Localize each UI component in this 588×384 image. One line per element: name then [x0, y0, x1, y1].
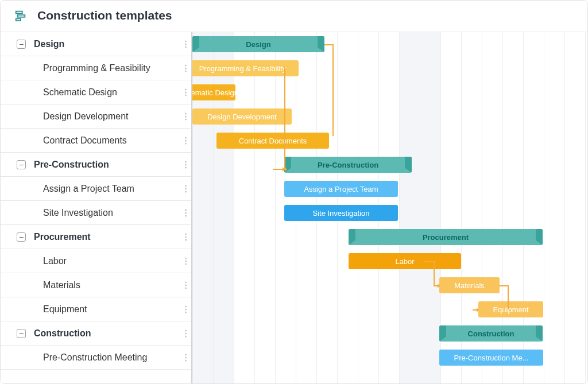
- gantt-group-bar[interactable]: Procurement: [349, 229, 543, 245]
- app-window: Construction templates −DesignProgrammin…: [0, 0, 588, 384]
- drag-handle-icon[interactable]: [185, 185, 187, 192]
- svg-rect-1: [18, 15, 25, 17]
- task-label: Schematic Design: [43, 87, 117, 98]
- drag-handle-icon[interactable]: [185, 281, 187, 289]
- drag-handle-icon[interactable]: [185, 233, 187, 241]
- bar-label: Contract Documents: [239, 137, 307, 145]
- drag-handle-icon[interactable]: [185, 257, 187, 265]
- drag-handle-icon[interactable]: [185, 209, 187, 216]
- bar-label: Design: [246, 40, 270, 49]
- bar-label: Pre-Construction: [318, 161, 378, 169]
- bar-label: Procurement: [423, 233, 469, 242]
- body: −DesignProgramming & FeasibilitySchemati…: [1, 32, 587, 383]
- drag-handle-icon[interactable]: [185, 161, 187, 168]
- timeline-gridline: [585, 32, 587, 383]
- gantt-task-bar[interactable]: Design Development: [192, 108, 292, 125]
- bar-label: Site Investigation: [312, 209, 369, 218]
- svg-rect-0: [16, 11, 22, 14]
- group-label: Pre-Construction: [34, 160, 109, 170]
- task-label: Equipment: [43, 304, 87, 315]
- group-label: Procurement: [34, 232, 91, 242]
- drag-handle-icon[interactable]: [185, 113, 187, 120]
- task-label: Pre-Construction Meeting: [43, 352, 147, 363]
- group-label: Construction: [34, 328, 91, 339]
- gantt-group-bar[interactable]: Design: [192, 36, 324, 52]
- drag-handle-icon[interactable]: [185, 305, 187, 313]
- group-row[interactable]: −Pre-Construction: [1, 153, 191, 177]
- group-label: Design: [34, 39, 64, 49]
- gantt-task-bar[interactable]: Contract Documents: [216, 133, 329, 149]
- task-label: Programming & Feasibility: [43, 63, 150, 73]
- group-row[interactable]: −Procurement: [1, 225, 191, 249]
- drag-handle-icon[interactable]: [185, 64, 187, 72]
- task-label: Contract Documents: [43, 135, 127, 146]
- gantt-task-bar[interactable]: Pre-Construction Me...: [439, 350, 543, 366]
- svg-rect-2: [16, 19, 21, 21]
- gantt-group-bar[interactable]: Pre-Construction: [284, 157, 412, 173]
- bar-label: Assign a Project Team: [304, 185, 378, 193]
- gantt-task-bar[interactable]: Schematic Design: [192, 84, 235, 100]
- gantt-icon: [14, 9, 27, 22]
- gantt-task-bar[interactable]: Materials: [439, 277, 500, 293]
- drag-handle-icon[interactable]: [185, 137, 187, 144]
- timeline-gridline: [544, 32, 564, 383]
- gantt-group-bar[interactable]: Construction: [439, 325, 543, 342]
- gantt-task-bar[interactable]: Labor: [349, 253, 461, 269]
- task-label: Materials: [43, 280, 80, 290]
- collapse-toggle[interactable]: −: [17, 232, 26, 242]
- drag-handle-icon[interactable]: [185, 354, 187, 361]
- group-row[interactable]: −Design: [1, 32, 191, 56]
- task-row[interactable]: Schematic Design: [1, 80, 191, 104]
- bar-label: Labor: [395, 257, 414, 266]
- timeline-gridline: [564, 32, 585, 383]
- bar-label: Pre-Construction Me...: [454, 354, 528, 362]
- bar-label: Schematic Design: [192, 88, 235, 97]
- timeline-gridline: [254, 32, 275, 383]
- timeline-gridline: [399, 32, 420, 383]
- task-row[interactable]: Equipment: [1, 297, 191, 321]
- page-header: Construction templates: [1, 1, 587, 32]
- collapse-toggle[interactable]: −: [17, 329, 26, 338]
- task-label: Labor: [43, 256, 67, 266]
- collapse-toggle[interactable]: −: [17, 160, 26, 169]
- task-row[interactable]: Design Development: [1, 104, 191, 129]
- collapse-toggle[interactable]: −: [17, 40, 26, 49]
- gantt-task-bar[interactable]: Site Investigation: [284, 205, 398, 221]
- task-label: Design Development: [43, 111, 129, 122]
- drag-handle-icon[interactable]: [185, 40, 187, 48]
- gantt-task-bar[interactable]: Equipment: [478, 301, 543, 317]
- task-row[interactable]: Labor: [1, 249, 191, 273]
- task-row[interactable]: Materials: [1, 273, 191, 297]
- task-label: Assign a Project Team: [43, 184, 134, 194]
- task-row[interactable]: Programming & Feasibility: [1, 56, 191, 80]
- gantt-timeline[interactable]: DesignProgramming & FeasibilitySchematic…: [192, 32, 587, 383]
- timeline-gridline: [234, 32, 254, 383]
- bar-label: Programming & Feasibility: [199, 64, 287, 73]
- bar-label: Materials: [454, 281, 485, 290]
- task-list: −DesignProgramming & FeasibilitySchemati…: [1, 32, 192, 383]
- task-row[interactable]: Contract Documents: [1, 129, 191, 153]
- drag-handle-icon[interactable]: [185, 88, 187, 96]
- gantt-task-bar[interactable]: Programming & Feasibility: [192, 60, 299, 76]
- task-row[interactable]: Assign a Project Team: [1, 177, 191, 201]
- task-row[interactable]: Site Investigation: [1, 201, 191, 225]
- drag-handle-icon[interactable]: [185, 329, 187, 337]
- group-row[interactable]: −Construction: [1, 321, 191, 346]
- task-label: Site Investigation: [43, 208, 113, 218]
- bar-label: Construction: [468, 329, 514, 338]
- task-row[interactable]: Pre-Construction Meeting: [1, 346, 191, 370]
- page-title: Construction templates: [37, 9, 172, 22]
- timeline-gridline: [420, 32, 440, 383]
- bar-label: Design Development: [207, 113, 277, 121]
- bar-label: Equipment: [493, 305, 528, 314]
- gantt-task-bar[interactable]: Assign a Project Team: [284, 181, 398, 197]
